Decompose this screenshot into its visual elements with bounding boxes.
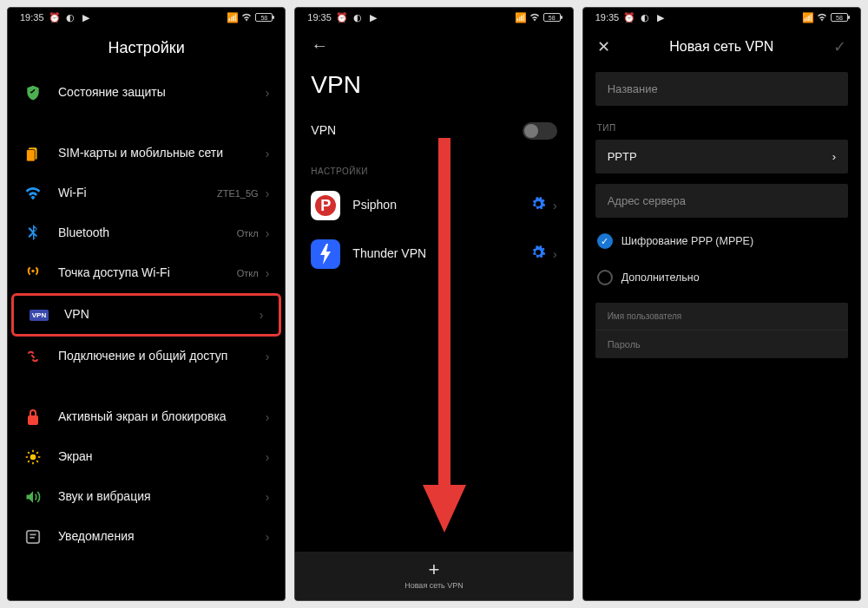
chevron-right-icon: › xyxy=(266,186,270,200)
brightness-icon xyxy=(23,448,43,467)
type-label: ТИП xyxy=(583,111,860,134)
row-vpn[interactable]: VPN VPN › xyxy=(11,293,281,337)
video-icon: ▶ xyxy=(368,12,378,23)
row-bluetooth[interactable]: Bluetooth Откл › xyxy=(8,213,285,253)
row-label: Wi-Fi xyxy=(58,186,217,201)
vpn-master-toggle-row: VPN xyxy=(295,111,572,151)
row-sim[interactable]: SIM-карты и мобильные сети › xyxy=(8,134,285,173)
toggle-label: VPN xyxy=(311,123,522,139)
row-label: Bluetooth xyxy=(58,226,237,241)
row-label: VPN xyxy=(64,307,260,323)
add-caption: Новая сеть VPN xyxy=(295,581,572,590)
chevron-right-icon: › xyxy=(266,450,270,464)
svg-line-12 xyxy=(36,452,38,454)
alarm-off-icon: ⏰ xyxy=(337,12,347,23)
screen-settings: 19:35 ⏰ ◐ ▶ 📶 58 Настройки Состояние защ… xyxy=(7,7,286,601)
vpn-app-psiphon[interactable]: P Psiphon › xyxy=(295,181,572,230)
close-button[interactable]: ✕ xyxy=(597,37,610,56)
screen-new-vpn: 19:35 ⏰ ◐ ▶ 📶 58 ✕ Новая сеть VPN ✓ Назв… xyxy=(582,7,861,601)
row-security-status[interactable]: Состояние защиты › xyxy=(8,73,285,113)
row-hotspot[interactable]: Точка доступа Wi-Fi Откл › xyxy=(8,253,285,293)
chevron-right-icon: › xyxy=(553,247,557,261)
row-sound[interactable]: Звук и вибрация › xyxy=(8,477,285,517)
vpn-toggle[interactable] xyxy=(523,122,557,140)
row-label: Активный экран и блокировка xyxy=(58,409,266,425)
battery-icon: 58 xyxy=(255,13,273,22)
checkbox-unchecked-icon xyxy=(597,270,613,285)
row-lockscreen[interactable]: Активный экран и блокировка › xyxy=(8,397,285,437)
row-label: Экран xyxy=(58,449,266,465)
row-label: Точка доступа Wi-Fi xyxy=(58,265,237,281)
row-display[interactable]: Экран › xyxy=(8,437,285,477)
sim-icon xyxy=(23,144,43,163)
type-value: PPTP xyxy=(608,150,637,163)
credentials-block: Имя пользователя Пароль xyxy=(595,303,848,358)
page-title: Настройки xyxy=(8,27,285,73)
name-input[interactable]: Название xyxy=(595,72,848,106)
share-icon xyxy=(23,347,43,366)
encryption-checkbox-row[interactable]: ✓ Шифрование PPP (MPPE) xyxy=(583,223,860,259)
row-label: SIM-карты и мобильные сети xyxy=(58,146,266,161)
status-time: 19:35 xyxy=(595,12,620,23)
server-input[interactable]: Адрес сервера xyxy=(595,184,848,218)
gear-icon[interactable] xyxy=(530,196,546,215)
type-select[interactable]: PPTP › xyxy=(595,140,848,173)
wifi-icon xyxy=(817,12,827,23)
password-input[interactable]: Пароль xyxy=(595,330,848,358)
shield-icon xyxy=(23,83,43,102)
svg-line-9 xyxy=(28,452,30,454)
chevron-right-icon: › xyxy=(266,266,270,280)
section-label: НАСТРОЙКИ xyxy=(295,151,572,181)
battery-icon: 58 xyxy=(543,13,561,22)
vpn-app-thunder[interactable]: Thunder VPN › xyxy=(295,230,572,278)
psiphon-icon: P xyxy=(311,191,340,220)
row-sharing[interactable]: Подключение и общий доступ › xyxy=(8,337,285,376)
svg-line-11 xyxy=(28,461,30,462)
svg-point-4 xyxy=(30,454,36,461)
app-name: Psiphon xyxy=(352,198,530,213)
dnd-icon: ◐ xyxy=(640,12,650,23)
signal-icon: 📶 xyxy=(803,12,813,23)
back-button[interactable]: ← xyxy=(311,36,328,55)
checkbox-label: Дополнительно xyxy=(621,271,700,284)
row-sub: Откл xyxy=(237,228,259,239)
row-wifi[interactable]: Wi-Fi ZTE1_5G › xyxy=(8,173,285,213)
chevron-right-icon: › xyxy=(553,199,557,212)
screen-vpn-list: 19:35 ⏰ ◐ ▶ 📶 58 ← VPN VPN НАСТРОЙКИ P P… xyxy=(294,7,573,601)
status-bar: 19:35 ⏰ ◐ ▶ 📶 58 xyxy=(583,8,860,27)
chevron-right-icon: › xyxy=(266,490,270,504)
alarm-off-icon: ⏰ xyxy=(49,12,60,23)
row-label: Уведомления xyxy=(58,529,266,545)
row-sub: Откл xyxy=(237,268,259,278)
confirm-button[interactable]: ✓ xyxy=(833,37,846,56)
row-label: Состояние защиты xyxy=(58,85,266,101)
chevron-right-icon: › xyxy=(832,150,836,163)
chevron-right-icon: › xyxy=(266,410,270,424)
thunder-icon xyxy=(311,239,340,269)
signal-icon: 📶 xyxy=(516,12,526,23)
plus-icon: + xyxy=(295,560,572,579)
page-title: Новая сеть VPN xyxy=(610,39,833,55)
row-notifications[interactable]: Уведомления › xyxy=(8,517,285,557)
username-input[interactable]: Имя пользователя xyxy=(595,303,848,330)
video-icon: ▶ xyxy=(655,12,666,23)
dnd-icon: ◐ xyxy=(352,12,363,23)
dnd-icon: ◐ xyxy=(65,12,76,23)
status-time: 19:35 xyxy=(20,12,44,23)
svg-rect-3 xyxy=(28,415,38,425)
chevron-right-icon: › xyxy=(266,147,270,160)
wifi-icon xyxy=(23,184,43,203)
vpn-icon: VPN xyxy=(30,305,49,324)
row-sub: ZTE1_5G xyxy=(217,188,259,199)
add-vpn-button[interactable]: + Новая сеть VPN xyxy=(295,552,572,600)
wifi-icon xyxy=(241,12,252,23)
alarm-off-icon: ⏰ xyxy=(624,12,635,23)
checkbox-label: Шифрование PPP (MPPE) xyxy=(621,235,753,247)
row-label: Звук и вибрация xyxy=(58,489,266,505)
svg-point-2 xyxy=(31,270,34,272)
gear-icon[interactable] xyxy=(530,245,546,264)
page-title: VPN xyxy=(295,64,572,111)
advanced-checkbox-row[interactable]: Дополнительно xyxy=(583,259,860,296)
sound-icon xyxy=(23,487,43,507)
wifi-icon xyxy=(529,12,540,23)
